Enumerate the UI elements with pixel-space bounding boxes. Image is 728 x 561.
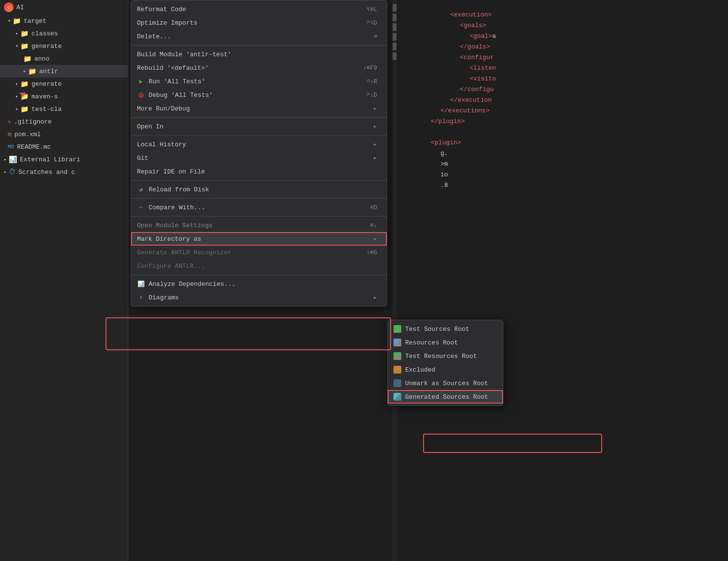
submenu-excluded[interactable]: Excluded [388,363,503,376]
menu-openin[interactable]: Open In ▸ [131,120,387,133]
tree-item-generated[interactable]: ▾ 📁 generate [0,40,128,52]
tree-item-mavens[interactable]: ▸ 📁 maven-s [0,90,128,103]
tree-item-classes[interactable]: ▸ 📁 classes [0,27,128,40]
menu-git[interactable]: Git ▸ [131,151,387,165]
xml-tag-plugin-close: plugin [439,116,461,127]
resources-label: Resources Root [405,339,458,346]
menu-rebuild[interactable]: Rebuild '<default>' ⇧⌘F9 [131,61,387,75]
menu-markdir-label: Mark Directory as [137,235,201,243]
tree-item-generated2[interactable]: ▸ 📁 generate [0,78,128,90]
menu-diagrams[interactable]: ⬆ Diagrams ▸ [131,291,387,304]
menu-localhistory[interactable]: Local History ▸ [131,138,387,151]
menu-analyze[interactable]: 📊 Analyze Dependencies... [131,277,387,291]
menu-openmodsettings[interactable]: Open Module Settings ⌘↓ [131,218,387,232]
xml-line-13: <plugin> [407,138,728,148]
menu-reformat-shortcut: ⌥⌘L [366,6,377,13]
xml-tag-configur: configur [464,52,494,63]
editor-panel: <execution> <goals> <goal>a </goals> <co… [397,0,728,561]
menu-optimize[interactable]: Optimize Imports ^⌥O [131,16,387,30]
menu-delete[interactable]: Delete... ⌫ [131,30,387,43]
tree-item-testcla[interactable]: ▸ 📁 test-cla [0,103,128,115]
xml-tag-execution: execution [454,10,488,20]
xml-tag-goals-close: goals [468,42,486,52]
morerun-arrow: ▸ [373,105,377,112]
tree-item-pom[interactable]: m pom.xml [0,128,128,140]
xml-tag-goals: goals [464,20,483,31]
scroll-marker-3 [393,23,396,31]
submenu-gensources[interactable]: Generated Sources Root [388,390,503,404]
menu-openmodsettings-label: Open Module Settings [137,222,212,229]
scroll-marker-2 [393,14,396,21]
menu-reload[interactable]: ↺ Reload from Disk [131,183,387,196]
menu-diagrams-label: Diagrams [149,294,179,301]
menu-morerun-label: More Run/Debug [137,105,190,112]
testresources-icon [394,352,401,360]
menu-reformat[interactable]: Reformat Code ⌥⌘L [131,2,387,16]
xml-line-6: <listen [407,63,728,74]
menu-repairide[interactable]: Repair IDE on File [131,165,387,178]
folder-icon-generated2: 📁 [20,80,29,88]
xml-line-1: <execution> [407,10,728,20]
menu-localhistory-label: Local History [137,141,186,148]
folder-icon-anno: 📁 [23,55,31,63]
menu-debug[interactable]: 🐞 Debug 'All Tests' ^⇧D [131,88,387,102]
scroll-marker-4 [393,33,396,41]
markdir-arrow: ▸ [373,235,377,243]
menu-generateantlr-shortcut: ⇧⌘G [366,249,377,256]
xml-tag-plugin2: plugin [435,138,457,148]
tree-label-scratches: Scratches and c [18,169,75,176]
xml-tag-goal: goal [473,31,488,42]
menu-sep-2 [131,117,387,118]
diagrams-icon: ⬆ [137,294,145,301]
editor-scrollbar[interactable] [392,0,397,561]
tree-item-scratches[interactable]: ▸ ⏱ Scratches and c [0,166,128,178]
submenu-testsources[interactable]: Test Sources Root [388,322,503,336]
submenu-unmark[interactable]: Unmark as Sources Root [388,376,503,390]
menu-openmodsettings-shortcut: ⌘↓ [370,222,377,229]
expand-arrow-target: ▾ [8,18,11,24]
openin-arrow: ▸ [373,123,377,130]
submenu-markdir: Test Sources Root Resources Root Test Re… [387,320,503,406]
xml-line-11: </plugin> [407,116,728,127]
tree-item-gitignore[interactable]: ⊘ .gitignore [0,115,128,128]
tree-item-anno[interactable]: 📁 anno [0,52,128,65]
scroll-marker-1 [393,4,396,12]
xml-line-10: </executions> [407,106,728,116]
tree-label-gitignore: .gitignore [14,118,52,125]
resources-icon [394,339,401,346]
pom-icon: m [8,131,12,138]
file-tree: C AI ▾ 📁 target ▸ 📁 classes ▾ 📁 generate [0,0,128,561]
submenu-resources[interactable]: Resources Root [388,336,503,349]
expand-arrow-extlib: ▸ [4,156,7,162]
menu-optimize-label: Optimize Imports [137,19,197,27]
menu-reformat-label: Reformat Code [137,6,186,13]
menu-generateantlr: Generate ANTLR Recognizer ⇧⌘G [131,246,387,259]
menu-sep-7 [131,275,387,275]
tree-item-extlib[interactable]: ▸ 📊 External Librari [0,153,128,166]
tree-label-anno: anno [34,55,49,62]
xml-tag-listen: listen [473,63,496,74]
folder-icon-antlr: 📁 [28,67,36,76]
menu-markdir[interactable]: Mark Directory as ▸ [131,232,387,246]
tree-item-readme[interactable]: MD README.mc [0,140,128,153]
xml-line-9: </execution [407,95,728,106]
menu-openin-label: Open In [137,123,164,130]
tree-label-extlib: External Librari [20,156,80,163]
folder-icon-target: 📁 [13,17,21,25]
menu-run[interactable]: ▶ Run 'All Tests' ^⇧R [131,75,387,88]
xml-line-4: </goals> [407,42,728,52]
menu-run-shortcut: ^⇧R [366,78,377,85]
tree-item-antlr[interactable]: ▸ 📁 antlr [0,65,128,78]
submenu-testresources[interactable]: Test Resources Root [388,349,503,363]
menu-morerun[interactable]: More Run/Debug ▸ [131,102,387,115]
menu-build-label: Build Module 'antlr-test' [137,51,231,58]
tree-item-target[interactable]: ▾ 📁 target [0,15,128,27]
menu-rebuild-label: Rebuild '<default>' [137,64,209,72]
unmark-label: Unmark as Sources Root [405,380,488,387]
gensources-label: Generated Sources Root [405,393,488,401]
tree-label-readme: README.mc [17,143,51,151]
menu-delete-shortcut: ⌫ [374,33,377,40]
menu-compare[interactable]: ↔ Compare With... ⌘D [131,201,387,214]
menu-build[interactable]: Build Module 'antlr-test' [131,47,387,61]
menu-compare-label: Compare With... [149,204,205,211]
